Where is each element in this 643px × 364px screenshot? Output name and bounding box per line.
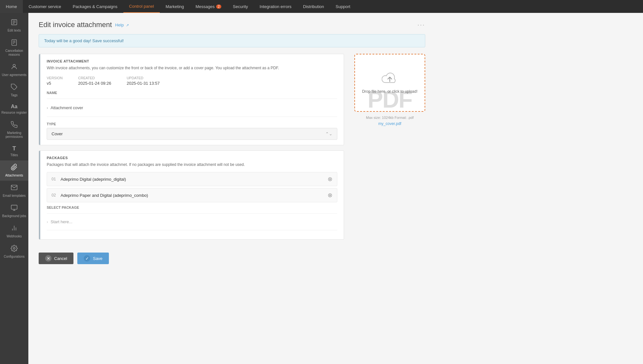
user-agreements-icon [11,63,18,72]
sidebar-item-marketing-permissions[interactable]: Marketing permissions [0,118,28,142]
package-num-2: 02 [52,193,61,197]
nav-marketing[interactable]: Marketing [160,0,190,13]
tags-icon [11,83,18,92]
external-link-icon: ↗ [126,23,129,27]
type-field-label: TYPE [47,122,337,126]
invoice-section-desc: With invoice attachments, you can custom… [47,65,337,71]
sidebar-label-webhooks: Webhooks [6,235,22,238]
invoice-section-title: INVOICE ATTACHMENT [47,59,337,63]
attachments-icon [11,164,18,172]
svg-rect-10 [11,205,17,209]
name-chevron-icon: › [47,106,48,110]
sidebar-label-resource-register: Resource register [2,111,27,115]
invoice-attachment-card: INVOICE ATTACHMENT With invoice attachme… [39,54,344,145]
main-content: Edit invoice attachment Help ↗ ··· Today… [28,13,643,364]
name-field-label: NAME [47,91,337,95]
sidebar-label-user-agreements: User agreements [2,73,27,77]
sidebar-item-background-jobs[interactable]: Background jobs [0,201,28,221]
nav-packages-campaigns[interactable]: Packages & Campaigns [67,0,123,13]
package-list: 01 Adeprimo Digital (adeprimo_digital) ⊗… [47,172,337,202]
nav-support[interactable]: Support [330,0,356,13]
sidebar-item-titles[interactable]: T Titles [0,142,28,160]
email-templates-icon [11,184,18,193]
svg-rect-4 [12,40,17,45]
remove-package-2-button[interactable]: ⊗ [328,192,332,199]
success-banner: Today will be a good day! Save successfu… [39,34,425,47]
sidebar-label-tags: Tags [11,93,17,97]
sidebar-item-configurations[interactable]: Configurations [0,242,28,262]
sidebar-item-webhooks[interactable]: Webhooks [0,221,28,242]
upload-drop-text: Drop file here, or click to upload! [359,89,421,94]
save-button[interactable]: ✓ Save [77,253,109,264]
packages-card: PACKAGES Packages that will attach the i… [39,150,344,240]
sidebar-item-edit-texts[interactable]: Edit texts [0,15,28,36]
messages-badge: 2 [216,5,221,9]
background-jobs-icon [11,204,18,213]
svg-point-8 [13,64,15,67]
webhooks-icon [11,225,18,233]
type-select-value: Cover [52,131,63,136]
nav-security[interactable]: Security [227,0,254,13]
cancellation-reasons-icon [11,39,18,48]
package-name-2: Adeprimo Paper and Digital (adeprimo_com… [61,193,328,198]
titles-icon: T [13,145,16,152]
sidebar-item-user-agreements[interactable]: User agreements [0,60,28,80]
upload-section: PDF Drop file here, or click to upload! … [354,54,425,126]
packages-section-title: PACKAGES [47,156,337,160]
chevron-updown-icon: ⌃⌄ [325,131,332,136]
nav-integration-errors[interactable]: Integration errors [254,0,297,13]
more-options[interactable]: ··· [417,22,425,28]
name-field-value: Attachment cover [51,105,83,110]
page-header: Edit invoice attachment Help ↗ ··· [39,21,425,29]
sidebar-item-email-templates[interactable]: Email templates [0,181,28,201]
package-num-1: 01 [52,177,61,181]
packages-section-desc: Packages that will attach the invoice at… [47,162,337,168]
action-buttons: ✕ Cancel ✓ Save [39,253,425,264]
sidebar-item-cancellation-reasons[interactable]: Cancellation reasons [0,36,28,60]
top-navigation: Home Customer service Packages & Campaig… [0,0,643,13]
nav-control-panel[interactable]: Control panel [123,0,160,13]
sidebar-label-email-templates: Email templates [3,194,25,198]
cancel-button[interactable]: ✕ Cancel [39,253,73,264]
nav-distribution[interactable]: Distribution [297,0,330,13]
cloud-upload-icon [382,72,398,88]
sidebar-label-configurations: Configurations [4,255,24,259]
remove-package-1-button[interactable]: ⊗ [328,176,332,183]
sidebar-item-resource-register[interactable]: Aa Resource register [0,101,28,118]
sidebar-label-marketing-permissions: Marketing permissions [1,131,27,139]
created-label: CREATED [78,76,111,80]
cancel-icon: ✕ [45,255,52,262]
type-select[interactable]: Cover ⌃⌄ [47,128,337,140]
created-value: 2025-01-24 09:26 [78,81,111,86]
select-package-button[interactable]: › Start here... [47,217,337,226]
upload-meta-text: Max size: 1024kb Format: .pdf [366,116,414,120]
sidebar-label-background-jobs: Background jobs [2,214,26,218]
nav-messages[interactable]: Messages 2 [190,0,227,13]
sidebar-label-titles: Titles [10,153,18,157]
nav-customer-service[interactable]: Customer service [23,0,67,13]
sidebar-label-attachments: Attachments [5,174,23,177]
package-name-1: Adeprimo Digital (adeprimo_digital) [61,177,328,182]
edit-texts-icon [11,19,18,27]
sidebar: Edit texts Cancellation reasons User agr… [0,13,28,364]
page-title: Edit invoice attachment [39,21,112,29]
help-link[interactable]: Help ↗ [115,23,129,27]
nav-home[interactable]: Home [0,0,23,13]
sidebar-item-tags[interactable]: Tags [0,80,28,101]
package-row: 02 Adeprimo Paper and Digital (adeprimo_… [47,188,337,202]
meta-row: VERSION v5 CREATED 2025-01-24 09:26 UPDA… [47,76,337,86]
sidebar-label-edit-texts: Edit texts [7,29,21,33]
upload-filename[interactable]: my_cover.pdf [378,121,401,126]
package-row: 01 Adeprimo Digital (adeprimo_digital) ⊗ [47,172,337,186]
save-icon: ✓ [84,255,90,262]
resource-register-icon: Aa [11,104,17,110]
updated-label: UPDATED [127,76,160,80]
configurations-icon [11,245,18,254]
upload-area[interactable]: PDF Drop file here, or click to upload! [354,54,425,112]
version-value: v5 [47,81,63,86]
version-label: VERSION [47,76,63,80]
name-expand-row[interactable]: › Attachment cover [47,103,337,113]
sidebar-label-cancellation-reasons: Cancellation reasons [1,49,27,57]
sidebar-item-attachments[interactable]: Attachments [0,160,28,181]
select-package-placeholder: Start here... [51,219,72,224]
